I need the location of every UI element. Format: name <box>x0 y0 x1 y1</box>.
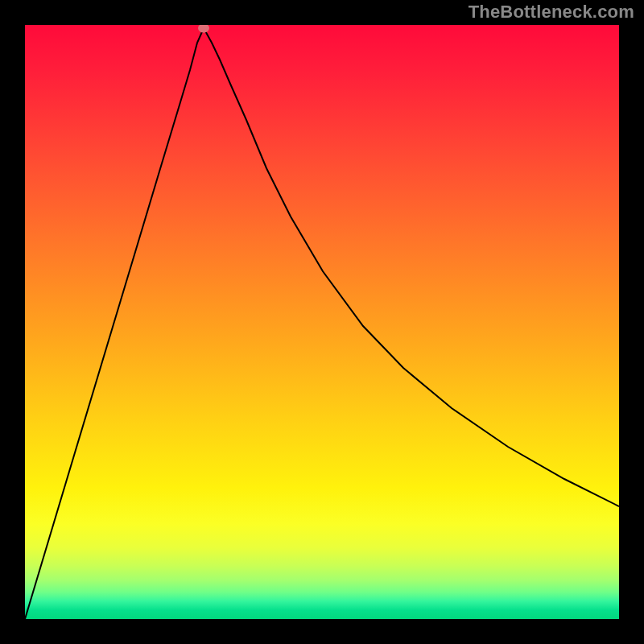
plot-area <box>25 25 619 619</box>
bottleneck-curve <box>25 28 619 619</box>
chart-frame: TheBottleneck.com <box>0 0 644 644</box>
curve-svg <box>25 25 619 619</box>
watermark-text: TheBottleneck.com <box>469 2 634 23</box>
